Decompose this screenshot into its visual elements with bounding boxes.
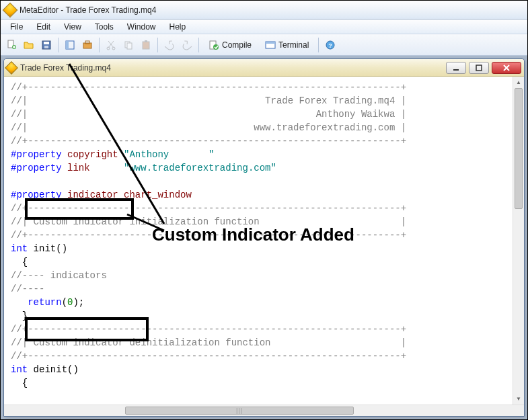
app-title-bar: MetaEditor - Trade Forex Trading.mq4 xyxy=(1,1,527,19)
code-line: //| Custom indicator initialization func… xyxy=(11,216,406,227)
close-button[interactable] xyxy=(492,62,521,74)
toolbox-icon xyxy=(82,40,93,50)
toolbar-separator xyxy=(157,38,158,52)
menu-help[interactable]: Help xyxy=(163,20,193,34)
toolbar-separator xyxy=(318,38,319,52)
scroll-grip-icon: ||| xyxy=(236,407,243,414)
code-keyword: #property xyxy=(11,163,62,173)
code-keyword: int xyxy=(11,364,28,375)
code-text: indicator_chart_window xyxy=(62,190,192,200)
maximize-button[interactable] xyxy=(469,62,489,74)
scroll-down-arrow-icon[interactable]: ▼ xyxy=(513,393,524,405)
document-window: Trade Forex Trading.mq4 //+-------------… xyxy=(3,58,525,417)
scroll-up-arrow-icon[interactable]: ▲ xyxy=(513,77,524,88)
main-window: MetaEditor - Trade Forex Trading.mq4 Fil… xyxy=(1,1,527,419)
document-icon xyxy=(5,61,18,75)
minimize-icon xyxy=(453,65,459,71)
compile-icon xyxy=(209,40,219,50)
compile-label: Compile xyxy=(222,40,252,50)
svg-rect-4 xyxy=(44,46,48,48)
window-controls xyxy=(446,62,521,74)
code-line: //+-------------------------------------… xyxy=(11,230,406,241)
document-title: Trade Forex Trading.mq4 xyxy=(20,63,446,73)
svg-text:?: ? xyxy=(329,42,333,49)
document-title-bar[interactable]: Trade Forex Trading.mq4 xyxy=(4,59,524,77)
code-keyword: return xyxy=(11,297,62,308)
help-icon: ? xyxy=(325,40,336,50)
code-text: init() xyxy=(28,243,67,254)
workspace: Trade Forex Trading.mq4 //+-------------… xyxy=(1,56,527,419)
code-line: //| xyxy=(11,122,28,133)
vertical-scrollbar[interactable]: ▲ ▼ xyxy=(513,77,524,405)
save-icon xyxy=(41,40,52,50)
new-file-icon xyxy=(6,40,17,50)
code-text: link xyxy=(62,163,124,173)
menu-file[interactable]: File xyxy=(3,20,30,34)
code-keyword: #property xyxy=(11,149,62,160)
metaeditor-icon xyxy=(3,2,18,17)
copy-icon xyxy=(123,40,134,50)
menu-window[interactable]: Window xyxy=(120,20,163,34)
redo-icon xyxy=(182,40,192,50)
menu-bar: File Edit View Tools Window Help xyxy=(1,19,527,34)
code-text: ( xyxy=(62,297,67,308)
help-button[interactable]: ? xyxy=(322,37,338,53)
svg-rect-14 xyxy=(145,40,147,42)
code-line: Anthony Waikwa | xyxy=(316,109,406,120)
code-line: } xyxy=(11,310,28,321)
code-line: //+-------------------------------------… xyxy=(11,136,406,146)
copy-button xyxy=(120,37,137,53)
code-line: www.tradeforextrading.com | xyxy=(254,122,406,133)
paste-button xyxy=(138,37,154,53)
code-line: Trade Forex Trading.mq4 | xyxy=(265,95,406,106)
save-button[interactable] xyxy=(38,37,54,53)
code-line: //+-------------------------------------… xyxy=(11,351,406,362)
svg-rect-12 xyxy=(127,43,132,49)
code-line: //---- indicators xyxy=(11,270,107,281)
paste-icon xyxy=(141,40,151,50)
close-icon xyxy=(502,65,511,71)
code-editor[interactable]: //+-------------------------------------… xyxy=(4,77,513,405)
toolbar: Compile Terminal ? xyxy=(1,34,527,56)
toolbar-separator xyxy=(58,38,59,52)
code-keyword: int xyxy=(11,243,28,254)
menu-view[interactable]: View xyxy=(57,20,88,34)
cut-icon xyxy=(106,40,116,50)
undo-button xyxy=(161,37,178,53)
code-text: ); xyxy=(73,297,84,308)
code-line: //+-------------------------------------… xyxy=(11,82,406,93)
folder-open-icon xyxy=(24,40,34,50)
scroll-thumb[interactable]: ||| xyxy=(125,407,354,415)
menu-edit[interactable]: Edit xyxy=(30,20,57,34)
terminal-icon xyxy=(265,40,276,50)
open-file-button[interactable] xyxy=(21,37,37,53)
code-line: //| xyxy=(11,109,28,120)
compile-button[interactable]: Compile xyxy=(202,37,258,53)
app-title: MetaEditor - Trade Forex Trading.mq4 xyxy=(20,5,156,15)
svg-rect-3 xyxy=(44,42,49,44)
toggle-panel2-button[interactable] xyxy=(79,37,96,53)
undo-icon xyxy=(164,40,175,50)
scroll-thumb[interactable] xyxy=(515,88,523,209)
minimize-button[interactable] xyxy=(446,62,466,74)
cut-button xyxy=(103,37,119,53)
toggle-panel1-button[interactable] xyxy=(62,37,78,53)
code-line: { xyxy=(11,257,28,267)
maximize-icon xyxy=(476,65,482,71)
code-text: copyright xyxy=(62,149,124,160)
code-string: "www.tradeforextrading.com" xyxy=(124,163,276,173)
panel-icon xyxy=(65,40,75,50)
svg-rect-18 xyxy=(266,42,275,44)
code-line: //| xyxy=(11,95,28,106)
code-line: //+-------------------------------------… xyxy=(11,324,406,335)
menu-tools[interactable]: Tools xyxy=(88,20,120,34)
code-string: "Anthony " xyxy=(124,149,214,160)
code-keyword: #property xyxy=(11,190,62,200)
toolbar-separator xyxy=(99,38,100,52)
code-line: //| Custom indicator deinitialization fu… xyxy=(11,337,406,348)
terminal-button[interactable]: Terminal xyxy=(259,37,315,53)
new-file-button[interactable] xyxy=(3,37,20,53)
horizontal-scrollbar[interactable]: ||| xyxy=(4,405,524,416)
svg-rect-22 xyxy=(476,65,482,71)
code-line: //---- xyxy=(11,284,44,294)
